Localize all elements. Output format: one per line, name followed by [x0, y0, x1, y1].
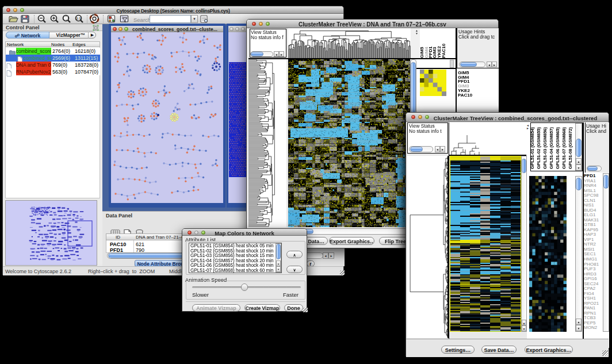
svg-text:1:1: 1:1 [76, 17, 81, 20]
